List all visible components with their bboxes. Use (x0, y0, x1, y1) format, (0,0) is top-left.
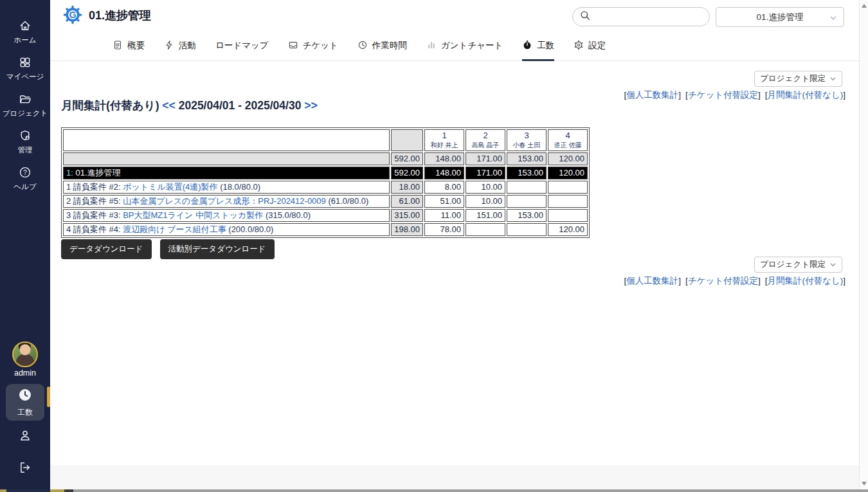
sidebar-item-help[interactable]: ? ヘルプ (0, 166, 50, 192)
tab-settings[interactable]: 設定 (574, 35, 606, 57)
username-label: admin (0, 369, 50, 378)
ticket-link[interactable]: ポットミル装置(4連)製作 (123, 182, 217, 192)
sidebar-item-label: プロジェクト (3, 109, 48, 118)
scrollbar[interactable] (859, 0, 868, 489)
scrollbar-up-arrow-icon[interactable] (862, 4, 867, 8)
sidebar-item-label: 管理 (18, 145, 33, 155)
heading-title: 月間集計(付替あり) (61, 99, 159, 112)
home-icon (19, 19, 32, 32)
sidebar-item-projects[interactable]: プロジェクト (0, 93, 50, 118)
search-icon (579, 10, 591, 24)
date-range: 2025/04/01 - 2025/04/30 (179, 99, 302, 112)
help-icon: ? (19, 166, 32, 179)
chevron-down-icon (829, 75, 836, 82)
app-logo-gear-icon: G (63, 5, 82, 27)
tab-worktime[interactable]: 作業時間 (357, 35, 407, 57)
active-tool-label: 工数 (17, 407, 33, 418)
member-header: 4道正 佐藤 (548, 129, 588, 151)
tab-label: 活動 (179, 40, 196, 51)
shield-icon (19, 129, 32, 142)
sidebar-item-home[interactable]: ホーム (0, 19, 50, 45)
tab-bar: 概要 活動 ロードマップ チケ (50, 31, 859, 61)
active-indicator (47, 387, 50, 407)
logout-icon[interactable] (18, 460, 32, 477)
tab-activity[interactable]: 活動 (164, 35, 196, 57)
scope-dropdown-value: プロジェクト限定 (760, 73, 826, 84)
quick-links-bottom: [個人工数集計] [チケット付替設定] [月間集計(付替なし)] (624, 275, 845, 287)
member-header: 3小春 土田 (507, 129, 547, 151)
scope-dropdown-top[interactable]: プロジェクト限定 (754, 71, 842, 87)
main-area: G 01.進捗管理 01.進捗管理 (50, 0, 859, 489)
tab-label: ロードマップ (215, 40, 269, 51)
tab-label: 工数 (537, 40, 554, 51)
link-ticket-reassign[interactable]: チケット付替設定 (688, 276, 758, 286)
scrollbar-down-arrow-icon[interactable] (862, 482, 867, 486)
quick-links-top: [個人工数集計] [チケット付替設定] [月間集計(付替なし)] (624, 89, 845, 101)
ticket-icon (288, 40, 298, 52)
member-header: 1和好 井上 (424, 129, 464, 151)
totals-row: 592.00 148.00 171.00 153.00 120.00 (63, 152, 588, 165)
sidebar-item-kosu[interactable]: 工数 (6, 384, 44, 421)
ticket-link[interactable]: 渡辺殿向け ブース組付工事 (123, 224, 226, 234)
tab-kosu[interactable]: 工数 (522, 35, 554, 57)
ticket-link[interactable]: 山本金属プレスの金属プレス成形：PRJ-202412-0009 (123, 196, 326, 206)
tab-label: ガントチャート (441, 40, 503, 51)
link-ticket-reassign[interactable]: チケット付替設定 (688, 90, 758, 100)
table-row: 4 請負案件 #4: 渡辺殿向け ブース組付工事 (200.0/80.0) 19… (63, 223, 588, 236)
search-input[interactable] (595, 12, 703, 22)
sidebar-item-mypage[interactable]: マイページ (0, 56, 50, 82)
activity-data-download-button[interactable]: 活動別データダウンロード (160, 239, 275, 259)
tab-overview[interactable]: 概要 (113, 35, 145, 57)
table-row: 2 請負案件 #5: 山本金属プレスの金属プレス成形：PRJ-202412-00… (63, 195, 588, 208)
account-icon[interactable] (18, 428, 32, 445)
gear-icon (574, 40, 584, 52)
project-dropdown-value: 01.進捗管理 (757, 12, 804, 23)
tab-label: 設定 (588, 40, 606, 51)
clock-filled-icon (17, 387, 33, 405)
next-month-link[interactable]: >> (304, 99, 317, 112)
ticket-link[interactable]: BP大型MZ1ライン 中間ストッカ製作 (123, 210, 263, 220)
table-row: 1 請負案件 #2: ポットミル装置(4連)製作 (18.0/80.0) 18.… (63, 181, 588, 194)
bar-chart-icon (426, 40, 437, 52)
tab-roadmap[interactable]: ロードマップ (215, 35, 269, 57)
clock-icon (357, 40, 368, 52)
scope-dropdown-value: プロジェクト限定 (760, 259, 826, 270)
link-monthly-no-reassign[interactable]: 月間集計(付替なし) (768, 90, 844, 100)
grid-icon (19, 56, 32, 69)
chevron-down-icon (829, 261, 836, 268)
page-heading: 月間集計(付替あり) << 2025/04/01 - 2025/04/30 >> (61, 98, 318, 113)
sidebar-nav: ホーム マイページ プロジェクト (0, 0, 50, 203)
tab-label: 概要 (127, 40, 145, 51)
link-personal-kosu[interactable]: 個人工数集計 (626, 276, 678, 286)
sidebar-item-label: ホーム (14, 35, 36, 45)
member-header: 2高島 晶子 (466, 129, 505, 151)
page-title: 01.進捗管理 (89, 8, 151, 23)
prev-month-link[interactable]: << (162, 99, 175, 112)
document-icon (113, 40, 123, 52)
avatar[interactable] (12, 342, 38, 367)
tab-tickets[interactable]: チケット (288, 35, 338, 57)
chevron-down-icon (829, 14, 837, 22)
data-download-button[interactable]: データダウンロード (61, 239, 152, 259)
sidebar-item-label: ヘルプ (14, 182, 36, 192)
monthly-summary-table: 1和好 井上 2高島 晶子 3小春 土田 4道正 佐藤 592.00 148.0… (61, 127, 590, 238)
taskbar-edge (0, 489, 868, 492)
tab-label: チケット (303, 40, 338, 51)
stopwatch-filled-icon (522, 40, 532, 52)
folder-icon (19, 93, 32, 105)
sidebar: ホーム マイページ プロジェクト (0, 0, 50, 492)
tab-label: 作業時間 (372, 40, 407, 51)
top-bar: G 01.進捗管理 01.進捗管理 (50, 0, 859, 31)
link-monthly-no-reassign[interactable]: 月間集計(付替なし) (768, 276, 844, 286)
app-window: ホーム マイページ プロジェクト (0, 0, 868, 492)
table-header-row: 1和好 井上 2高島 晶子 3小春 土田 4道正 佐藤 (63, 129, 588, 151)
scope-dropdown-bottom[interactable]: プロジェクト限定 (754, 257, 842, 273)
link-personal-kosu[interactable]: 個人工数集計 (626, 90, 678, 100)
tab-gantt[interactable]: ガントチャート (426, 35, 503, 57)
sidebar-item-label: マイページ (6, 72, 44, 82)
svg-text:?: ? (23, 169, 27, 176)
sidebar-item-admin[interactable]: 管理 (0, 129, 50, 155)
project-dropdown[interactable]: 01.進捗管理 (716, 7, 844, 27)
bolt-icon (164, 40, 174, 52)
search-box[interactable] (572, 7, 710, 26)
